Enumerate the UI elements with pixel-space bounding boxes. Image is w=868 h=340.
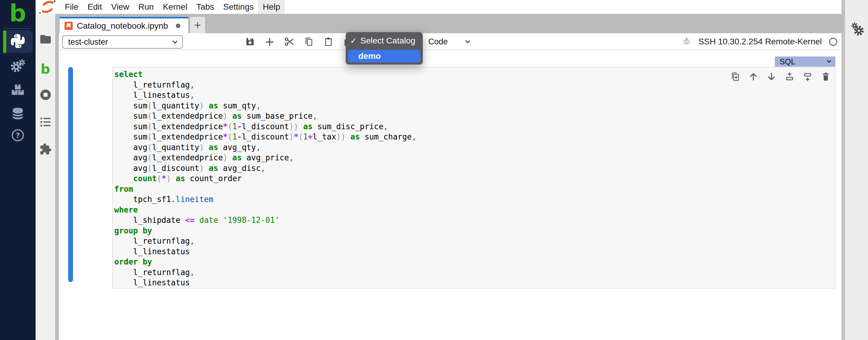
debugger-bug-icon[interactable] bbox=[682, 36, 691, 47]
tab-extensions[interactable] bbox=[36, 143, 55, 157]
tab-title: Catalog_notebook.ipynb bbox=[77, 21, 168, 31]
menu-help[interactable]: Help bbox=[258, 0, 285, 14]
code-line: where bbox=[114, 205, 833, 215]
notebook-icon bbox=[65, 22, 73, 30]
paste-button[interactable] bbox=[323, 35, 334, 48]
delete-cell-button[interactable] bbox=[820, 72, 831, 82]
active-cell-collapser[interactable] bbox=[68, 67, 73, 282]
code-line: l_linestatus bbox=[114, 246, 833, 257]
insert-cell-above-button[interactable] bbox=[784, 72, 795, 82]
menu-settings[interactable]: Settings bbox=[219, 0, 258, 14]
chevron-down-icon bbox=[173, 39, 178, 44]
sidebar-item-settings[interactable] bbox=[0, 59, 36, 74]
bodo-b-icon: b bbox=[41, 61, 50, 77]
cluster-select[interactable]: test-cluster bbox=[62, 35, 183, 49]
folder-icon bbox=[39, 33, 52, 47]
code-line: sum(l_extendedprice) as sum_base_price, bbox=[114, 111, 833, 121]
chevron-down-icon bbox=[465, 38, 470, 44]
unsaved-dot-icon bbox=[176, 24, 180, 28]
gears-icon bbox=[10, 58, 26, 75]
app-window: b bbox=[0, 0, 868, 340]
tab-file-browser[interactable] bbox=[36, 33, 55, 47]
catalog-menu-header-label: Select Catalog bbox=[361, 36, 415, 46]
move-cell-down-button[interactable] bbox=[766, 72, 777, 82]
move-cell-up-button[interactable] bbox=[748, 72, 758, 82]
cut-button[interactable] bbox=[283, 35, 295, 48]
notebook-panel: SQL select l_returnflag, l_linestatus, s… bbox=[59, 50, 841, 340]
sidebar-item-database[interactable] bbox=[0, 107, 36, 121]
duplicate-cell-button[interactable] bbox=[730, 72, 740, 82]
tab-notebook[interactable]: Catalog_notebook.ipynb bbox=[60, 17, 188, 33]
insert-cell-button[interactable]: + bbox=[264, 35, 275, 48]
menu-tabs[interactable]: Tabs bbox=[192, 0, 219, 14]
bodo-logo: b bbox=[0, 1, 36, 26]
running-sessions-icon bbox=[39, 88, 52, 102]
code-line: avg(l_discount) as avg_disc, bbox=[114, 163, 833, 174]
right-splitter[interactable] bbox=[841, 0, 845, 340]
insert-cell-below-button[interactable] bbox=[803, 72, 813, 82]
kernel-label: SSH 10.30.2.254 Remote-Kernel bbox=[699, 37, 822, 47]
code-line: count(*) as count_order bbox=[114, 173, 833, 184]
catalog-dropdown-menu: ✓ Select Catalog demo bbox=[346, 32, 423, 65]
right-rail bbox=[845, 0, 868, 340]
code-line: sum(l_extendedprice*(1-l_discount)) as s… bbox=[114, 121, 833, 132]
sidebar-item-help[interactable]: ? bbox=[0, 129, 36, 143]
packages-icon bbox=[11, 82, 25, 97]
database-icon bbox=[11, 107, 25, 121]
copy-button[interactable] bbox=[303, 35, 315, 48]
tab-bodo-panel[interactable]: b bbox=[36, 62, 55, 76]
code-line: l_shipdate <= date '1998-12-01' bbox=[114, 215, 833, 226]
catalog-menu-header[interactable]: ✓ Select Catalog bbox=[346, 32, 423, 49]
check-icon: ✓ bbox=[350, 36, 361, 46]
sidebar-divider bbox=[4, 28, 31, 29]
code-line: from bbox=[114, 184, 833, 195]
new-tab-button[interactable]: + bbox=[190, 17, 205, 33]
code-line: group by bbox=[114, 226, 833, 236]
cell-language-value: SQL bbox=[780, 57, 795, 66]
python-icon bbox=[11, 34, 25, 49]
tab-table-of-contents[interactable] bbox=[36, 115, 55, 130]
cell-toolbar bbox=[730, 72, 831, 82]
code-line: avg(l_quantity) as avg_qty, bbox=[114, 142, 833, 153]
code-line: avg(l_extendedprice) as avg_price, bbox=[114, 152, 833, 163]
tab-running-sessions[interactable] bbox=[36, 88, 55, 103]
cell-type-value: Code bbox=[428, 37, 448, 47]
menu-kernel[interactable]: Kernel bbox=[158, 0, 192, 14]
puzzle-icon bbox=[39, 143, 52, 157]
chevron-down-icon bbox=[827, 59, 831, 63]
active-item-indicator bbox=[3, 30, 6, 53]
jupyter-swirl-logo bbox=[39, 0, 57, 14]
code-cell-editor[interactable]: select l_returnflag, l_linestatus, sum(l… bbox=[112, 67, 835, 289]
help-icon: ? bbox=[11, 128, 25, 143]
code-line: l_returnflag, bbox=[114, 80, 833, 90]
sidebar-item-packages[interactable] bbox=[0, 83, 36, 97]
code-line: sum(l_extendedprice*(1-l_discount)*(1+l_… bbox=[114, 132, 833, 142]
sidebar-splitter[interactable] bbox=[55, 14, 59, 340]
menubar: FileEditViewRunKernelTabsSettingsHelp bbox=[36, 0, 841, 14]
code-line: select bbox=[114, 69, 833, 80]
jupyter-left-rail: b bbox=[36, 14, 55, 340]
svg-text:?: ? bbox=[16, 131, 20, 140]
cluster-select-value: test-cluster bbox=[68, 37, 108, 47]
code-line: l_returnflag, bbox=[114, 236, 833, 246]
notebook-toolbar: test-cluster + bbox=[59, 33, 841, 50]
code-line: l_returnflag, bbox=[114, 267, 833, 278]
code-line: l_linestatus bbox=[114, 278, 833, 288]
platform-sidebar: b bbox=[0, 0, 36, 340]
cell-type-select[interactable]: Code bbox=[428, 33, 470, 50]
save-button[interactable] bbox=[244, 35, 256, 48]
code-line: sum(l_quantity) as sum_qty, bbox=[114, 101, 833, 111]
sidebar-item-notebook[interactable] bbox=[3, 30, 33, 53]
code-line: tpch_sf1.lineitem bbox=[114, 194, 833, 205]
menu-file[interactable]: File bbox=[60, 0, 83, 14]
cell-language-select[interactable]: SQL bbox=[775, 56, 835, 67]
property-inspector-gears-icon[interactable] bbox=[849, 21, 865, 38]
kernel-status-circle[interactable] bbox=[829, 38, 837, 46]
menu-edit[interactable]: Edit bbox=[83, 0, 106, 14]
menu-run[interactable]: Run bbox=[134, 0, 158, 14]
menu-view[interactable]: View bbox=[106, 0, 134, 14]
sql-code: select l_returnflag, l_linestatus, sum(l… bbox=[114, 69, 833, 288]
menu-items: FileEditViewRunKernelTabsSettingsHelp bbox=[60, 0, 285, 14]
catalog-menu-item-demo[interactable]: demo bbox=[348, 50, 421, 62]
tab-bar: Catalog_notebook.ipynb + bbox=[59, 14, 841, 33]
